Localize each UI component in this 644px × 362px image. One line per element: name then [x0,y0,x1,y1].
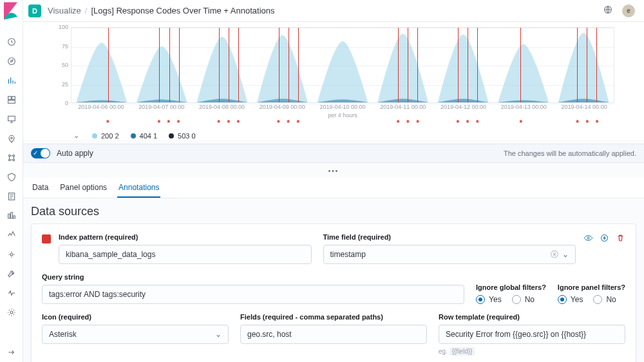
breadcrumb-app[interactable]: Visualize [48,6,81,15]
time-field-select[interactable]: timestamp ⓧ ⌄ [323,245,576,264]
ml-icon[interactable] [0,148,23,167]
collapse-icon[interactable] [0,343,23,362]
legend-item[interactable]: 200 2 [92,132,119,140]
ignore-panel-no[interactable]: No [593,295,616,304]
svg-point-10 [13,159,15,161]
svg-point-12 [10,253,13,256]
visualize-icon[interactable] [0,71,23,90]
fields-label: Fields (required - comma separated paths… [240,313,427,321]
monitoring-icon[interactable] [0,283,23,303]
uptime-icon[interactable] [0,225,23,245]
svg-rect-2 [8,97,11,100]
canvas-icon[interactable] [0,110,23,129]
logs-icon[interactable] [0,187,23,206]
legend-collapse-icon[interactable]: ⌄ [73,131,79,140]
newsfeed-icon[interactable] [603,5,613,17]
tab-panel-options[interactable]: Panel options [59,178,108,198]
legend-item[interactable]: 404 1 [131,132,158,140]
recent-icon[interactable] [0,32,23,52]
auto-apply-bar: ✓ Auto apply The changes will be automat… [23,144,644,163]
clear-icon[interactable]: ⓧ [551,249,558,260]
resize-handle[interactable]: ••• [23,163,644,178]
ignore-global-yes[interactable]: Yes [476,295,502,304]
devtools-icon[interactable] [0,264,23,283]
query-string-input[interactable] [42,285,464,304]
ignore-global-label: Ignore global filters? [476,283,546,291]
time-field-label: Time field (required) [323,233,576,241]
annotation-color-swatch[interactable] [42,234,51,243]
svg-point-1 [8,58,15,65]
query-string-label: Query string [42,273,464,281]
index-pattern-input[interactable] [59,245,312,264]
siem-icon[interactable] [0,245,23,264]
breadcrumb: Visualize / [Logs] Response Codes Over T… [48,6,275,15]
add-icon[interactable] [600,233,609,245]
kibana-logo[interactable] [0,0,23,22]
section-title: Data sources [31,205,636,218]
svg-rect-4 [8,100,15,104]
index-pattern-label: Index pattern (required) [59,233,312,241]
annotation-markers: ******************** [71,119,614,128]
auto-apply-message: The changes will be automatically applie… [504,149,636,157]
dashboard-icon[interactable] [0,90,23,110]
row-template-label: Row template (required) [439,313,625,321]
left-nav-rail [0,0,23,362]
icon-select[interactable]: Asterisk ⌄ [42,325,229,344]
top-bar: D Visualize / [Logs] Response Codes Over… [23,0,644,22]
breadcrumb-current: [Logs] Response Codes Over Time + Annota… [91,6,274,15]
row-template-example: eg. {{field}} [439,348,625,355]
tab-annotations[interactable]: Annotations [117,178,160,198]
chart-region: 0255075100 2019-04-06 00:002019-04-07 00… [23,22,644,140]
annotation-card: Index pattern (required) Time field (req… [31,224,636,362]
maps-icon[interactable] [0,129,23,148]
svg-rect-3 [12,97,15,100]
management-icon[interactable] [0,303,23,322]
ignore-panel-yes[interactable]: Yes [558,295,583,304]
fields-input[interactable] [240,325,427,344]
space-selector[interactable]: D [28,5,41,17]
svg-point-7 [8,155,10,157]
auto-apply-toggle[interactable]: ✓ [31,148,50,158]
infra-icon[interactable] [0,167,23,187]
avatar[interactable]: e [622,5,635,17]
chart-interval-label: per 4 hours [71,112,614,119]
chevron-down-icon: ⌄ [562,250,569,259]
apm-icon[interactable] [0,206,23,225]
row-template-input[interactable] [439,325,625,344]
auto-apply-label: Auto apply [57,149,93,158]
legend-item[interactable]: 503 0 [169,132,196,140]
chevron-down-icon: ⌄ [215,330,222,339]
delete-icon[interactable] [616,233,625,245]
svg-point-13 [10,311,13,314]
chart-x-axis: 2019-04-06 00:002019-04-07 00:002019-04-… [71,103,614,112]
chart-plot[interactable] [71,27,614,103]
chart-y-axis: 0255075100 [53,27,71,103]
discover-icon[interactable] [0,52,23,71]
tab-data[interactable]: Data [31,178,50,198]
svg-point-9 [8,159,10,161]
svg-point-8 [13,155,15,157]
editor-tabs: Data Panel options Annotations [23,178,644,198]
svg-rect-5 [8,116,15,120]
svg-point-6 [10,137,12,139]
ignore-global-no[interactable]: No [512,295,535,304]
svg-point-15 [587,237,589,239]
visibility-icon[interactable] [583,233,593,245]
icon-label: Icon (required) [42,313,229,321]
chart-legend: ⌄ 200 2404 1503 0 [73,131,614,140]
ignore-panel-label: Ignore panel filters? [558,283,625,291]
